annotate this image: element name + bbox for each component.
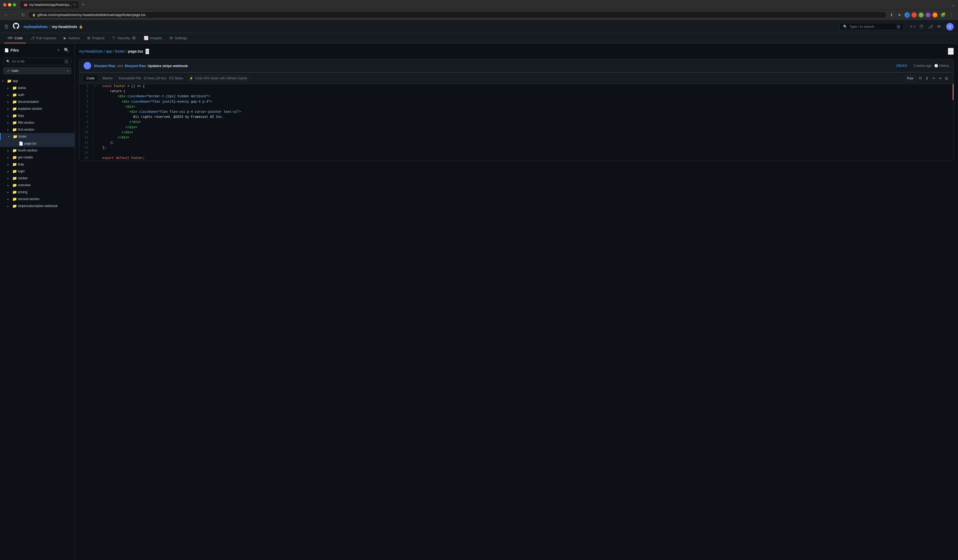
tree-item-faqs[interactable]: ▸ 📁 faqs xyxy=(0,112,75,119)
ext-icon-4[interactable]: 🟣 xyxy=(925,12,931,17)
issues-button[interactable]: ⏱ xyxy=(918,23,925,30)
tree-item-second-section[interactable]: ▸ 📁 second-section xyxy=(0,196,75,202)
tree-item-page-tsx[interactable]: ▸ 📄 page.tsx xyxy=(0,140,75,147)
commit-hash[interactable]: 158cfc5 xyxy=(896,64,907,68)
more-browser-options-icon[interactable]: ⋮ xyxy=(948,11,955,19)
download-page-icon[interactable]: ⬇ xyxy=(889,11,895,19)
edit-chevron-button[interactable]: ▾ xyxy=(938,75,942,81)
tree-item-navbar[interactable]: ▸ 📁 navbar xyxy=(0,175,75,182)
address-bar[interactable]: 🔒 github.com/myheadshots/my-headshots/bl… xyxy=(28,11,887,18)
code-tab[interactable]: Code xyxy=(84,75,97,81)
pull-request-icon-button[interactable]: ⎇ xyxy=(927,23,934,30)
raw-button[interactable]: Raw xyxy=(904,75,916,81)
line-number[interactable]: 1 xyxy=(79,84,93,89)
line-number[interactable]: 14 xyxy=(79,150,93,155)
hamburger-icon[interactable]: ☰ xyxy=(4,24,8,30)
active-tab[interactable]: 🐙 my-headshots/app/footer/pa... ✕ xyxy=(20,1,79,9)
forward-button[interactable]: → xyxy=(12,11,18,19)
close-button[interactable] xyxy=(3,3,6,6)
edit-button[interactable]: ✏ xyxy=(931,75,937,81)
bookmark-icon[interactable]: ★ xyxy=(896,11,902,19)
add-file-button[interactable]: ＋ xyxy=(56,47,62,54)
tree-item-first-section[interactable]: ▸ 📁 first-section xyxy=(0,126,75,133)
ext-icon-5[interactable]: 🟠 xyxy=(932,12,938,17)
search-bar[interactable]: 🔍 Type / to search / xyxy=(840,23,904,30)
breadcrumb-owner[interactable]: myheadshots xyxy=(24,25,48,29)
line-number[interactable]: 10 xyxy=(79,130,93,135)
copilot-badge[interactable]: ⚡ Code 55% faster with GitHub Copilot xyxy=(187,75,249,81)
ext-icon-2[interactable]: 🔴 xyxy=(912,12,917,17)
back-button[interactable]: ← xyxy=(3,11,10,19)
tree-item-label: fifth-section xyxy=(18,121,34,125)
chevron-right-icon: ▸ xyxy=(8,100,11,103)
line-number[interactable]: 12 xyxy=(79,140,93,146)
line-number[interactable]: 9 xyxy=(79,125,93,130)
line-number[interactable]: 8 xyxy=(79,120,93,125)
tree-item-fifth-section[interactable]: ▸ 📁 fifth-section xyxy=(0,119,75,126)
blame-tab[interactable]: Blame xyxy=(100,75,115,81)
tree-item-get-credits[interactable]: ▸ 📁 get-credits xyxy=(0,154,75,161)
file-path-folder[interactable]: footer xyxy=(115,49,125,54)
line-number[interactable]: 3 xyxy=(79,94,93,99)
tree-item-explainer-section[interactable]: ▸ 📁 explainer-section xyxy=(0,105,75,112)
download-button[interactable]: ⬇ xyxy=(924,75,929,81)
go-to-file-input[interactable]: 🔍 Go to file t xyxy=(3,58,71,65)
line-number[interactable]: 13 xyxy=(79,146,93,150)
commit-author2[interactable]: Sharjeel Riaz xyxy=(125,64,146,68)
ext-icon-3[interactable]: 🟢 xyxy=(918,12,924,17)
line-number[interactable]: 11 xyxy=(79,135,93,140)
ext-icon-1[interactable]: 🔵 xyxy=(904,12,910,17)
tree-item-documentation[interactable]: ▸ 📁 documentation xyxy=(0,98,75,105)
extensions-icon[interactable]: 🧩 xyxy=(939,11,947,19)
line-number[interactable]: 2 xyxy=(79,89,93,94)
line-number[interactable]: 4 xyxy=(79,100,93,104)
tree-item-login[interactable]: ▸ 📁 login xyxy=(0,168,75,175)
browser-expand-icon[interactable]: ⌄ xyxy=(951,2,955,7)
tree-item-fourth-section[interactable]: ▸ 📁 fourth-section xyxy=(0,147,75,154)
line-number[interactable]: 7 xyxy=(79,115,93,120)
line-expand xyxy=(93,146,98,150)
line-number[interactable]: 6 xyxy=(79,109,93,115)
tab-close-icon[interactable]: ✕ xyxy=(73,3,76,6)
branch-selector[interactable]: ⎇ main ▾ xyxy=(3,67,71,74)
file-path-app[interactable]: app xyxy=(106,49,112,54)
inbox-button[interactable]: ✉ xyxy=(936,23,942,30)
more-options-button[interactable]: ⋯ xyxy=(948,48,954,55)
avatar[interactable]: S xyxy=(946,23,954,30)
tree-item-auth[interactable]: ▸ 📁 auth xyxy=(0,92,75,98)
minimize-button[interactable] xyxy=(8,3,11,6)
folder-icon: 📁 xyxy=(12,155,17,160)
tree-item-overview[interactable]: ▸ 📁 overview xyxy=(0,182,75,188)
nav-insights[interactable]: 📈 Insights xyxy=(141,33,165,43)
tree-item-pricing[interactable]: ▸ 📁 pricing xyxy=(0,188,75,196)
nav-settings[interactable]: ⚙ Settings xyxy=(166,33,190,43)
file-search-icon: 🔍 xyxy=(6,60,10,63)
copy-raw-button[interactable]: ⧉ xyxy=(918,75,923,81)
history-button[interactable]: 🕐 History xyxy=(934,64,949,68)
tree-item-stripe[interactable]: ▸ 📁 stripe/subscription-webhook xyxy=(0,202,75,209)
new-item-button[interactable]: ＋ ▾ xyxy=(908,23,916,30)
reload-button[interactable]: ↻ xyxy=(20,11,26,19)
commit-author[interactable]: Sharjeel Riaz xyxy=(94,64,116,68)
line-number[interactable]: 5 xyxy=(79,104,93,109)
breadcrumb-repo[interactable]: my-headshots xyxy=(52,25,77,29)
search-files-button[interactable]: 🔍 xyxy=(63,47,70,54)
tree-item-leap[interactable]: ▸ 📁 leap xyxy=(0,161,75,168)
tree-item-astria[interactable]: ▸ 📁 astria xyxy=(0,84,75,92)
nav-code[interactable]: </> Code xyxy=(4,33,26,43)
line-number[interactable]: 15 xyxy=(79,156,93,161)
file-path-repo[interactable]: my-headshots xyxy=(79,49,103,54)
tree-item-footer[interactable]: ▾ 📁 footer xyxy=(0,133,75,140)
nav-projects[interactable]: ⊞ Projects xyxy=(84,33,108,43)
tree-item-app[interactable]: ▾ 📁 app xyxy=(0,78,75,84)
copy-path-button[interactable]: ⧉ xyxy=(145,49,149,54)
expand-button[interactable]: ⊞ xyxy=(944,75,949,81)
nav-pull-requests[interactable]: ⎇ Pull requests xyxy=(27,33,59,43)
new-tab-button[interactable]: + xyxy=(80,2,86,8)
chevron-right-icon: ▸ xyxy=(8,177,11,180)
nav-security[interactable]: 🛡 Security 6 xyxy=(109,33,140,43)
fullscreen-button[interactable] xyxy=(13,3,16,6)
line-expand xyxy=(93,125,98,130)
nav-actions[interactable]: ▶ Actions xyxy=(60,33,83,43)
code-container[interactable]: 1 ▾ const Footer = () => { 2 return ( 3 xyxy=(79,84,953,161)
